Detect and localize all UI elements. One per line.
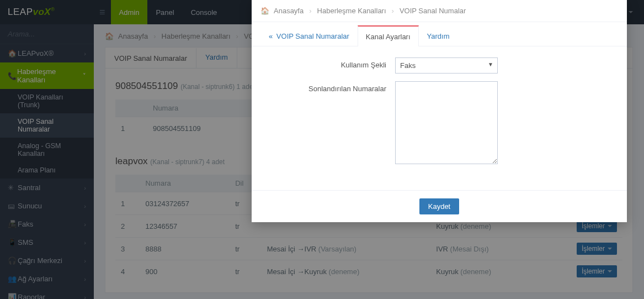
save-button[interactable]: Kaydet <box>419 198 459 214</box>
terminated-label: Sonlandırılan Numaralar <box>268 81 395 166</box>
modal-footer: Kaydet <box>252 190 627 222</box>
modal-breadcrumb: 🏠 Anasayfa › Haberleşme Kanalları › VOIP… <box>252 0 627 22</box>
modal-tab-back-label: VOIP Sanal Numaralar <box>276 32 349 40</box>
modal-body: Kullanım Şekli Faks Sonlandırılan Numara… <box>252 46 627 190</box>
form-row-terminated: Sonlandırılan Numaralar <box>268 81 610 166</box>
chevron-right-icon: › <box>309 7 311 15</box>
breadcrumb-item: VOIP Sanal Numalar <box>400 7 466 15</box>
home-icon: 🏠 <box>260 7 269 15</box>
form-row-usage: Kullanım Şekli Faks <box>268 57 610 74</box>
chevron-right-icon: › <box>392 7 394 15</box>
terminated-textarea[interactable] <box>395 81 498 164</box>
breadcrumb-item[interactable]: Anasayfa <box>274 7 304 15</box>
breadcrumb-item[interactable]: Haberleşme Kanalları <box>317 7 386 15</box>
modal: 🏠 Anasayfa › Haberleşme Kanalları › VOIP… <box>252 0 627 222</box>
usage-select[interactable]: Faks <box>395 57 498 74</box>
modal-tab-kanal-ayarlari[interactable]: Kanal Ayarları <box>358 25 419 46</box>
modal-tab-back[interactable]: « VOIP Sanal Numaralar <box>260 25 358 46</box>
usage-label: Kullanım Şekli <box>268 57 395 74</box>
modal-tabs: « VOIP Sanal Numaralar Kanal Ayarları Ya… <box>252 25 627 46</box>
chevron-left-icon: « <box>269 32 273 40</box>
modal-tab-yardim[interactable]: Yardım <box>419 25 458 46</box>
